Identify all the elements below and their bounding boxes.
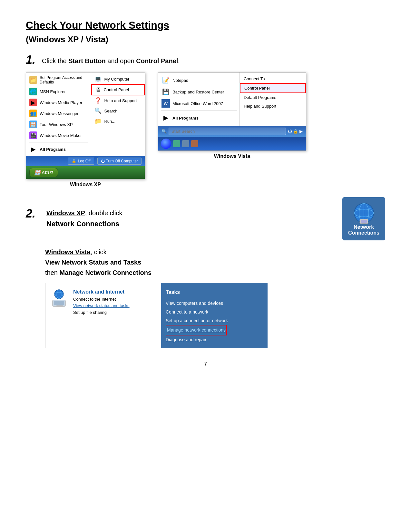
vista-screenshot-block: 📝 Notepad 💾 Backup and Restore Center W …	[158, 72, 306, 159]
turnoff-icon: ⏻	[101, 159, 105, 163]
logoff-icon: 🔓	[72, 159, 76, 163]
svg-rect-13	[56, 305, 63, 306]
mediaplayer-icon: ▶	[29, 99, 37, 106]
xp-item-helpandsupport[interactable]: ❓ Help and Support	[91, 95, 145, 106]
vista-search-input[interactable]	[169, 128, 286, 135]
vista-taskbar-icon1[interactable]	[173, 140, 180, 147]
vista-menu-body: 📝 Notepad 💾 Backup and Restore Center W …	[158, 73, 306, 126]
task-item-manage[interactable]: Manage network connections	[166, 325, 227, 335]
turnoff-button[interactable]: ⏻ Turn Off Computer	[97, 158, 142, 165]
network-connections-icon-block: NetworkConnections	[342, 197, 385, 240]
set-program-icon: 📁	[29, 76, 37, 84]
search-icon: 🔍	[94, 107, 102, 114]
vista-network-left-panel: Network and Internet Connect to the Inte…	[45, 283, 161, 348]
svg-rect-12	[54, 301, 64, 305]
task-item-5[interactable]: Diagnose and repair	[166, 335, 263, 344]
xp-item-search[interactable]: 🔍 Search	[91, 106, 145, 116]
step2-number: 2.	[26, 208, 37, 219]
vista-search-icon: 🔍	[161, 129, 167, 134]
xp-start-button[interactable]: 🪟 start	[29, 168, 58, 177]
page-title: Check Your Network Settings	[26, 19, 385, 31]
vista-allprograms-icon: ▶	[161, 114, 170, 122]
xp-item-set-program[interactable]: 📁 Set Program Access and Defaults	[26, 74, 91, 86]
vista-menu-right: Connect To Control Panel Default Program…	[240, 73, 306, 126]
task-item-3[interactable]: Set up a connection or network	[166, 316, 263, 325]
xp-item-tour[interactable]: 🪟 Tour Windows XP	[26, 119, 91, 130]
moviemaker-icon: 🎬	[29, 131, 37, 139]
xp-item-mediaplayer[interactable]: ▶ Windows Media Player	[26, 97, 91, 108]
step2-row: 2. Windows XP, double click Network Conn…	[26, 197, 385, 240]
xp-item-messenger[interactable]: 👥 Windows Messenger	[26, 108, 91, 119]
vista-item-controlpanel[interactable]: Control Panel	[240, 83, 306, 93]
xp-menu-body: 📁 Set Program Access and Defaults 🌐 MSN …	[26, 73, 145, 156]
network-connections-label: NetworkConnections	[348, 224, 379, 236]
step2-header: 2. Windows XP, double click Network Conn…	[26, 208, 333, 229]
view-network-status-link[interactable]: View network status and tasks	[73, 303, 130, 309]
step1-header: 1. Click the Start Button and open Contr…	[26, 54, 385, 66]
vista-menu-left: 📝 Notepad 💾 Backup and Restore Center W …	[158, 73, 240, 126]
step2-section: 2. Windows XP, double click Network Conn…	[26, 197, 385, 348]
vista-taskbar	[158, 137, 306, 150]
panel-left-text: Network and Internet Connect to the Inte…	[73, 288, 130, 316]
panel-globe-icon	[50, 288, 69, 307]
xp-menu-right: 💻 My Computer 🖥 Control Panel ❓ Help and…	[91, 73, 145, 156]
page-number: 7	[26, 361, 385, 367]
svg-rect-7	[362, 223, 366, 224]
vista-item-notepad[interactable]: 📝 Notepad	[158, 74, 240, 86]
help-icon: ❓	[94, 97, 102, 104]
page-subtitle: (Windows XP / Vista)	[26, 34, 385, 44]
vista-caption: Windows Vista	[214, 153, 250, 159]
messenger-icon: 👥	[29, 110, 37, 117]
vista-separator	[161, 111, 237, 111]
step2-vista-text: Windows Vista, click View Network Status…	[45, 247, 385, 278]
vista-taskbar-icon3[interactable]	[191, 140, 198, 147]
screenshots-row: 📁 Set Program Access and Defaults 🌐 MSN …	[26, 72, 385, 188]
windows-icon: 🪟	[34, 169, 41, 176]
tasks-title: Tasks	[166, 287, 263, 297]
xp-taskbar: 🪟 start	[26, 166, 145, 179]
xp-item-controlpanel[interactable]: 🖥 Control Panel	[91, 84, 145, 95]
vista-item-helpandsupport[interactable]: Help and Support	[240, 102, 306, 111]
network-globe-icon	[353, 202, 375, 224]
xp-item-msn[interactable]: 🌐 MSN Explorer	[26, 86, 91, 97]
step2-vista-section: Windows Vista, click View Network Status…	[45, 247, 385, 278]
svg-rect-6	[361, 220, 367, 223]
task-item-1[interactable]: View computers and devices	[166, 299, 263, 308]
xp-start-menu: 📁 Set Program Access and Defaults 🌐 MSN …	[26, 72, 145, 179]
vista-item-backup[interactable]: 💾 Backup and Restore Center	[158, 86, 240, 98]
xp-screenshot-block: 📁 Set Program Access and Defaults 🌐 MSN …	[26, 72, 145, 188]
step1-text: Click the Start Button and open Control …	[42, 54, 180, 66]
xp-menu-left: 📁 Set Program Access and Defaults 🌐 MSN …	[26, 73, 91, 156]
vista-taskbar-icon2[interactable]	[182, 140, 189, 147]
xp-menu-footer: 🔓 Log Off ⏻ Turn Off Computer	[26, 156, 145, 166]
word-icon: W	[161, 99, 170, 108]
controlpanel-icon: 🖥	[95, 86, 101, 93]
svg-point-8	[54, 290, 64, 299]
vista-item-defaultprograms[interactable]: Default Programs	[240, 93, 306, 102]
run-icon: 📁	[94, 118, 102, 125]
xp-item-allprograms[interactable]: ▶ All Programs	[26, 144, 91, 155]
xp-separator	[29, 142, 88, 142]
vista-start-menu: 📝 Notepad 💾 Backup and Restore Center W …	[158, 72, 306, 151]
vista-item-connectto[interactable]: Connect To	[240, 74, 306, 83]
xp-item-mycomputer[interactable]: 💻 My Computer	[91, 74, 145, 84]
logoff-button[interactable]: 🔓 Log Off	[68, 158, 94, 165]
vista-network-right-panel: Tasks View computers and devices Connect…	[161, 283, 268, 348]
vista-item-word[interactable]: W Microsoft Office Word 2007	[158, 98, 240, 109]
backup-icon: 💾	[161, 88, 170, 96]
xp-item-run[interactable]: 📁 Run...	[91, 116, 145, 126]
msn-icon: 🌐	[29, 88, 37, 95]
notepad-icon: 📝	[161, 76, 170, 84]
xp-item-moviemaker[interactable]: 🎬 Windows Movie Maker	[26, 130, 91, 141]
step2-xp-text: Windows XP, double click Network Connect…	[46, 208, 122, 229]
step1-number: 1.	[26, 54, 37, 66]
vista-item-allprograms[interactable]: ▶ All Programs	[158, 112, 240, 124]
mycomputer-icon: 💻	[94, 75, 102, 82]
tour-icon: 🪟	[29, 121, 37, 128]
task-item-2[interactable]: Connect to a network	[166, 308, 263, 316]
vista-search-bar: 🔍 ⏻ 🔒 ▶	[158, 126, 306, 137]
vista-start-orb[interactable]	[161, 139, 171, 149]
vista-search-icons: ⏻ 🔒 ▶	[288, 129, 303, 134]
allprograms-icon: ▶	[29, 145, 37, 153]
xp-caption: Windows XP	[70, 182, 101, 188]
